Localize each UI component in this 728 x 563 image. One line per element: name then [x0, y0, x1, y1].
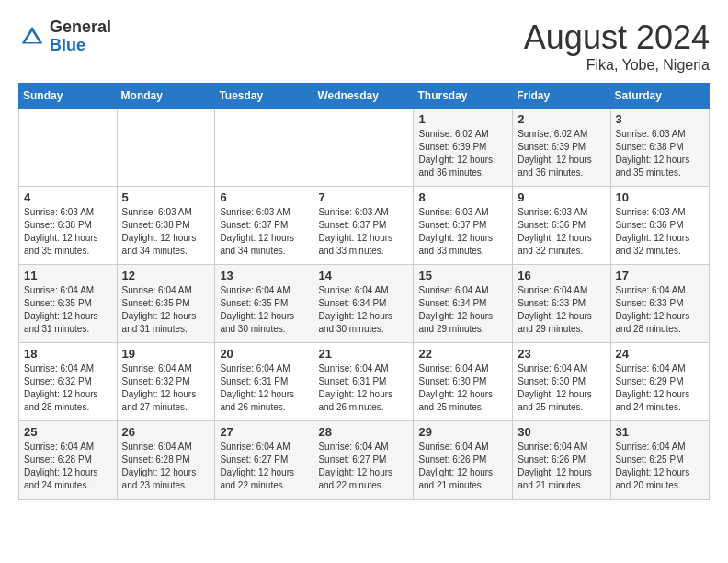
calendar-cell: 10 Sunrise: 6:03 AMSunset: 6:36 PMDaylig…	[610, 187, 709, 265]
day-info: Sunrise: 6:04 AMSunset: 6:28 PMDaylight:…	[122, 442, 197, 490]
day-info: Sunrise: 6:04 AMSunset: 6:35 PMDaylight:…	[24, 285, 98, 334]
day-info: Sunrise: 6:03 AMSunset: 6:37 PMDaylight:…	[318, 207, 392, 256]
calendar-week-row: 25 Sunrise: 6:04 AMSunset: 6:28 PMDaylig…	[19, 421, 710, 500]
day-info: Sunrise: 6:04 AMSunset: 6:30 PMDaylight:…	[518, 363, 592, 412]
calendar-cell: 18 Sunrise: 6:04 AMSunset: 6:32 PMDaylig…	[19, 343, 118, 421]
day-info: Sunrise: 6:04 AMSunset: 6:34 PMDaylight:…	[318, 285, 392, 334]
location: Fika, Yobe, Nigeria	[524, 57, 710, 74]
day-number: 11	[24, 269, 112, 282]
day-info: Sunrise: 6:03 AMSunset: 6:38 PMDaylight:…	[122, 207, 197, 256]
day-number: 14	[318, 269, 408, 282]
weekday-header: Monday	[117, 84, 215, 109]
day-number: 5	[122, 190, 210, 204]
day-number: 22	[418, 347, 507, 361]
day-number: 1	[418, 112, 507, 126]
day-number: 2	[518, 112, 605, 126]
calendar-cell: 14 Sunrise: 6:04 AMSunset: 6:34 PMDaylig…	[313, 265, 414, 343]
day-number: 3	[616, 112, 704, 126]
day-number: 30	[518, 425, 605, 439]
calendar-cell: 24 Sunrise: 6:04 AMSunset: 6:29 PMDaylig…	[610, 343, 709, 421]
calendar-cell: 29 Sunrise: 6:04 AMSunset: 6:26 PMDaylig…	[414, 421, 513, 500]
calendar-cell	[215, 109, 313, 187]
day-number: 20	[220, 347, 308, 361]
calendar-cell: 15 Sunrise: 6:04 AMSunset: 6:34 PMDaylig…	[414, 265, 513, 343]
day-info: Sunrise: 6:04 AMSunset: 6:33 PMDaylight:…	[616, 285, 690, 334]
calendar-table: SundayMondayTuesdayWednesdayThursdayFrid…	[18, 83, 710, 500]
calendar-cell: 27 Sunrise: 6:04 AMSunset: 6:27 PMDaylig…	[215, 421, 313, 500]
day-info: Sunrise: 6:04 AMSunset: 6:35 PMDaylight:…	[122, 285, 197, 334]
day-info: Sunrise: 6:04 AMSunset: 6:35 PMDaylight:…	[220, 285, 294, 334]
calendar-cell: 9 Sunrise: 6:03 AMSunset: 6:36 PMDayligh…	[513, 187, 610, 265]
day-info: Sunrise: 6:04 AMSunset: 6:32 PMDaylight:…	[24, 363, 98, 412]
day-info: Sunrise: 6:02 AMSunset: 6:39 PMDaylight:…	[418, 129, 493, 178]
calendar-cell: 30 Sunrise: 6:04 AMSunset: 6:26 PMDaylig…	[513, 421, 610, 500]
day-number: 26	[122, 425, 210, 439]
day-info: Sunrise: 6:04 AMSunset: 6:32 PMDaylight:…	[122, 363, 197, 412]
day-number: 7	[318, 190, 408, 204]
day-number: 12	[122, 269, 210, 282]
calendar-cell: 17 Sunrise: 6:04 AMSunset: 6:33 PMDaylig…	[610, 265, 709, 343]
day-number: 8	[418, 190, 507, 204]
calendar-cell: 4 Sunrise: 6:03 AMSunset: 6:38 PMDayligh…	[19, 187, 118, 265]
weekday-header: Thursday	[414, 84, 513, 109]
calendar-cell: 16 Sunrise: 6:04 AMSunset: 6:33 PMDaylig…	[513, 265, 610, 343]
day-info: Sunrise: 6:04 AMSunset: 6:25 PMDaylight:…	[616, 442, 690, 490]
day-info: Sunrise: 6:03 AMSunset: 6:36 PMDaylight:…	[518, 207, 592, 256]
month-year: August 2024	[524, 18, 710, 57]
day-number: 13	[220, 269, 308, 282]
day-info: Sunrise: 6:04 AMSunset: 6:31 PMDaylight:…	[220, 363, 294, 412]
day-info: Sunrise: 6:04 AMSunset: 6:31 PMDaylight:…	[318, 363, 392, 412]
weekday-header-row: SundayMondayTuesdayWednesdayThursdayFrid…	[19, 84, 710, 109]
calendar-cell: 7 Sunrise: 6:03 AMSunset: 6:37 PMDayligh…	[313, 187, 414, 265]
day-number: 15	[418, 269, 507, 282]
calendar-cell: 21 Sunrise: 6:04 AMSunset: 6:31 PMDaylig…	[313, 343, 414, 421]
day-info: Sunrise: 6:04 AMSunset: 6:26 PMDaylight:…	[518, 442, 592, 490]
day-info: Sunrise: 6:02 AMSunset: 6:39 PMDaylight:…	[518, 129, 592, 178]
calendar-cell	[19, 109, 118, 187]
day-info: Sunrise: 6:04 AMSunset: 6:26 PMDaylight:…	[418, 442, 493, 490]
calendar-week-row: 11 Sunrise: 6:04 AMSunset: 6:35 PMDaylig…	[19, 265, 710, 343]
day-number: 24	[616, 347, 704, 361]
day-number: 28	[318, 425, 408, 439]
calendar-week-row: 1 Sunrise: 6:02 AMSunset: 6:39 PMDayligh…	[19, 109, 710, 187]
calendar-cell: 13 Sunrise: 6:04 AMSunset: 6:35 PMDaylig…	[215, 265, 313, 343]
day-info: Sunrise: 6:04 AMSunset: 6:34 PMDaylight:…	[418, 285, 493, 334]
calendar-cell: 12 Sunrise: 6:04 AMSunset: 6:35 PMDaylig…	[117, 265, 215, 343]
day-info: Sunrise: 6:04 AMSunset: 6:29 PMDaylight:…	[616, 363, 690, 412]
weekday-header: Sunday	[19, 84, 118, 109]
day-number: 18	[24, 347, 112, 361]
day-number: 23	[518, 347, 605, 361]
day-number: 6	[220, 190, 308, 204]
calendar-cell: 28 Sunrise: 6:04 AMSunset: 6:27 PMDaylig…	[313, 421, 414, 500]
day-info: Sunrise: 6:03 AMSunset: 6:38 PMDaylight:…	[616, 129, 690, 178]
day-number: 25	[24, 425, 112, 439]
calendar-cell: 22 Sunrise: 6:04 AMSunset: 6:30 PMDaylig…	[414, 343, 513, 421]
calendar-cell: 19 Sunrise: 6:04 AMSunset: 6:32 PMDaylig…	[117, 343, 215, 421]
calendar-cell: 1 Sunrise: 6:02 AMSunset: 6:39 PMDayligh…	[414, 109, 513, 187]
calendar-cell: 23 Sunrise: 6:04 AMSunset: 6:30 PMDaylig…	[513, 343, 610, 421]
day-number: 29	[418, 425, 507, 439]
day-number: 19	[122, 347, 210, 361]
day-number: 16	[518, 269, 605, 282]
day-info: Sunrise: 6:04 AMSunset: 6:27 PMDaylight:…	[318, 442, 392, 490]
page-header: General Blue August 2024 Fika, Yobe, Nig…	[18, 18, 710, 74]
calendar-week-row: 18 Sunrise: 6:04 AMSunset: 6:32 PMDaylig…	[19, 343, 710, 421]
calendar-cell: 3 Sunrise: 6:03 AMSunset: 6:38 PMDayligh…	[610, 109, 709, 187]
calendar-cell: 20 Sunrise: 6:04 AMSunset: 6:31 PMDaylig…	[215, 343, 313, 421]
day-number: 17	[616, 269, 704, 282]
calendar-cell: 5 Sunrise: 6:03 AMSunset: 6:38 PMDayligh…	[117, 187, 215, 265]
calendar-cell: 11 Sunrise: 6:04 AMSunset: 6:35 PMDaylig…	[19, 265, 118, 343]
calendar-week-row: 4 Sunrise: 6:03 AMSunset: 6:38 PMDayligh…	[19, 187, 710, 265]
weekday-header: Tuesday	[215, 84, 313, 109]
day-info: Sunrise: 6:04 AMSunset: 6:27 PMDaylight:…	[220, 442, 294, 490]
calendar-cell	[313, 109, 414, 187]
day-number: 21	[318, 347, 408, 361]
logo-general: General	[50, 18, 111, 37]
calendar-cell: 6 Sunrise: 6:03 AMSunset: 6:37 PMDayligh…	[215, 187, 313, 265]
calendar-cell	[117, 109, 215, 187]
calendar-cell: 26 Sunrise: 6:04 AMSunset: 6:28 PMDaylig…	[117, 421, 215, 500]
calendar-cell: 8 Sunrise: 6:03 AMSunset: 6:37 PMDayligh…	[414, 187, 513, 265]
day-info: Sunrise: 6:04 AMSunset: 6:30 PMDaylight:…	[418, 363, 493, 412]
day-info: Sunrise: 6:04 AMSunset: 6:33 PMDaylight:…	[518, 285, 592, 334]
day-info: Sunrise: 6:03 AMSunset: 6:37 PMDaylight:…	[418, 207, 493, 256]
